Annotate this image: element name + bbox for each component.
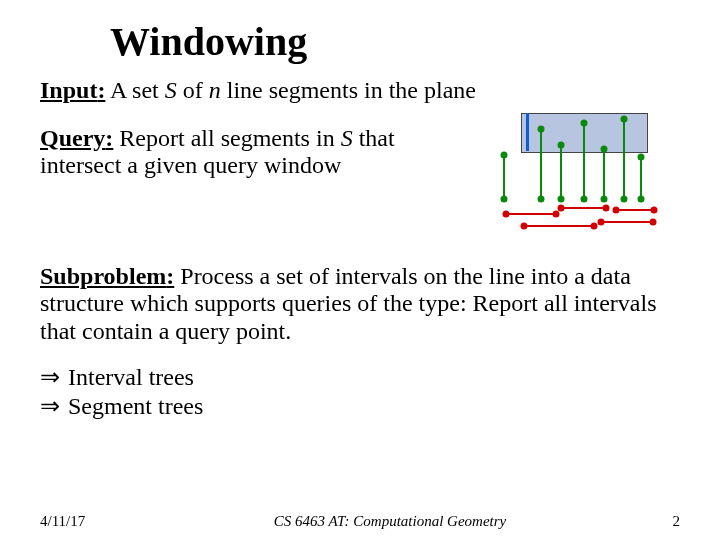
- endpoint: [501, 151, 508, 158]
- interval: [506, 213, 556, 215]
- footer-page-number: 2: [650, 513, 680, 530]
- windowing-diagram: [466, 105, 666, 245]
- input-text-3: line segments in the plane: [221, 77, 476, 103]
- endpoint: [601, 145, 608, 152]
- endpoint: [503, 210, 510, 217]
- query-row: Query Report all segments in S that inte…: [40, 119, 680, 245]
- query-paragraph: Query Report all segments in S that inte…: [40, 125, 460, 180]
- endpoint: [621, 195, 628, 202]
- segment: [560, 145, 562, 199]
- segment: [603, 149, 605, 199]
- interval: [561, 207, 606, 209]
- interval: [601, 221, 653, 223]
- endpoint: [538, 125, 545, 132]
- segment: [623, 119, 625, 199]
- endpoint: [558, 204, 565, 211]
- footer-course: CS 6463 AT: Computational Geometry: [130, 513, 650, 530]
- input-text-1: A set: [105, 77, 164, 103]
- input-text-2: of: [177, 77, 209, 103]
- segment: [503, 155, 505, 199]
- arrow-icon: ⇒: [40, 363, 68, 392]
- endpoint: [650, 218, 657, 225]
- endpoint: [558, 141, 565, 148]
- endpoint: [553, 210, 560, 217]
- endpoint: [521, 222, 528, 229]
- input-label: Input: [40, 77, 105, 103]
- segment: [583, 123, 585, 199]
- endpoint: [638, 153, 645, 160]
- endpoint: [601, 195, 608, 202]
- interval: [616, 209, 654, 211]
- list-item-label: Segment trees: [68, 393, 203, 419]
- input-n: n: [209, 77, 221, 103]
- input-S: S: [165, 77, 177, 103]
- endpoint: [651, 206, 658, 213]
- query-vertical-line: [526, 113, 529, 151]
- endpoint: [501, 195, 508, 202]
- list-item: ⇒Segment trees: [40, 392, 680, 421]
- endpoint: [603, 204, 610, 211]
- endpoint: [581, 195, 588, 202]
- subproblem-paragraph: Subproblem Process a set of intervals on…: [40, 263, 680, 346]
- page-title: Windowing: [110, 18, 680, 65]
- endpoint: [538, 195, 545, 202]
- subproblem-label: Subproblem: [40, 263, 174, 289]
- footer-date: 4/11/17: [40, 513, 130, 530]
- endpoint: [598, 218, 605, 225]
- implications-list: ⇒Interval trees ⇒Segment trees: [40, 363, 680, 421]
- list-item: ⇒Interval trees: [40, 363, 680, 392]
- endpoint: [621, 115, 628, 122]
- query-label: Query: [40, 125, 113, 151]
- slide: Windowing Input A set S of n line segmen…: [0, 0, 720, 540]
- query-S: S: [341, 125, 353, 151]
- query-text-1: Report all segments in: [113, 125, 340, 151]
- slide-footer: 4/11/17 CS 6463 AT: Computational Geomet…: [0, 513, 720, 530]
- endpoint: [581, 119, 588, 126]
- endpoint: [613, 206, 620, 213]
- segment: [640, 157, 642, 199]
- endpoint: [558, 195, 565, 202]
- arrow-icon: ⇒: [40, 392, 68, 421]
- segment: [540, 129, 542, 199]
- list-item-label: Interval trees: [68, 364, 194, 390]
- endpoint: [638, 195, 645, 202]
- input-paragraph: Input A set S of n line segments in the …: [40, 77, 680, 105]
- endpoint: [591, 222, 598, 229]
- interval: [524, 225, 594, 227]
